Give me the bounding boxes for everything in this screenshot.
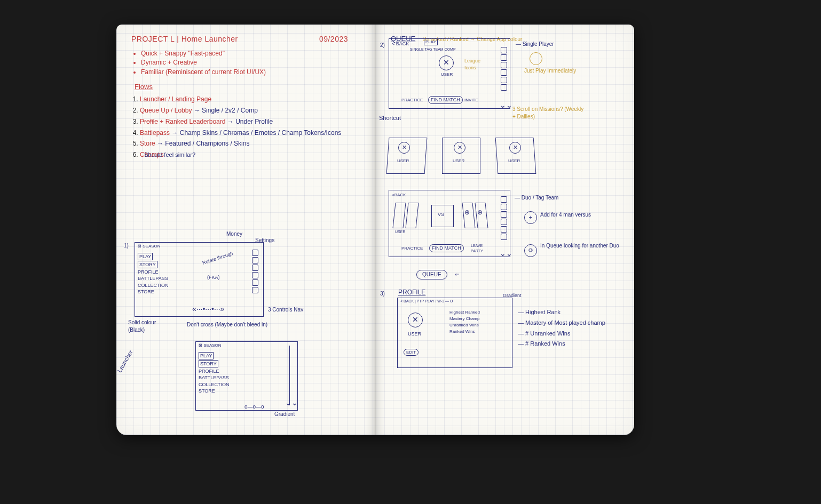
goal-3: Familiar (Reminiscent of current Riot UI… bbox=[141, 68, 363, 77]
side-sq bbox=[252, 287, 258, 293]
wf1-solid: Solid colour (Black) bbox=[128, 319, 171, 334]
duo-queue-btn: QUEUE bbox=[416, 270, 447, 279]
duo-add: Add for 4 man versus bbox=[540, 211, 604, 219]
wf1-dontcross: Don't cross (Maybe don't bleed in) bbox=[187, 321, 278, 329]
queue-top-play: PLAY bbox=[424, 38, 438, 45]
flow-6: Champs Should feel similar? bbox=[140, 150, 363, 159]
wf1b-menu: PLAY STORY PROFILE BATTLEPASS COLLECTION… bbox=[199, 352, 230, 394]
goal-1: Quick + Snappy "Fast-paced" bbox=[141, 49, 363, 58]
queue-tag: 2) bbox=[380, 42, 385, 49]
wf1b-season: ⊠ SEASON bbox=[199, 342, 222, 348]
queue-single: — Single Player bbox=[516, 41, 554, 48]
profile-stats: Highest Ranked Mastery Champ Unranked Wi… bbox=[449, 309, 508, 335]
flow-1: Launcher / Landing Page bbox=[140, 95, 363, 104]
profile-edit: EDIT bbox=[404, 349, 419, 356]
profile-breadcrumb: < BACK | PTP PLAY / W-3 — O bbox=[400, 299, 453, 304]
menu-collection: COLLECTION bbox=[138, 283, 169, 288]
plus-circle-icon: + bbox=[524, 211, 537, 224]
side-sq bbox=[252, 250, 258, 256]
wf1-money: Money bbox=[226, 230, 242, 238]
wf1-settings: Settings bbox=[255, 237, 274, 244]
queue-back: < BACK bbox=[392, 41, 409, 47]
side-sq bbox=[252, 257, 258, 263]
duo-inqueue: In Queue looking for another Duo bbox=[540, 242, 620, 250]
profile-heading: PROFILE bbox=[398, 288, 425, 297]
user-avatar-icon: ✕ bbox=[439, 55, 454, 70]
flow-4: Battlepass → Champ Skins / Chromas / Emo… bbox=[140, 129, 363, 138]
notebook-spread: PROJECT L | Home Launcher 09/2023 Quick … bbox=[116, 25, 634, 435]
menu-store: STORE bbox=[138, 289, 154, 294]
wf1-launcher: Launcher bbox=[116, 349, 135, 374]
side-sq bbox=[252, 272, 258, 278]
title-date: 09/2023 bbox=[319, 34, 348, 45]
profile-tag: 3) bbox=[380, 290, 385, 298]
page-title: PROJECT L | Home Launcher 09/2023 bbox=[131, 34, 363, 45]
annotation-circle-icon bbox=[530, 52, 542, 65]
menu-battlepass: BATTLEPASS bbox=[138, 276, 168, 281]
page-right: QUEUE Unranked / Ranked → Change App col… bbox=[376, 25, 634, 435]
flow-3: Profile + Ranked Leaderboard → Under Pro… bbox=[140, 117, 363, 126]
queue-shortcut: Shortcut bbox=[379, 114, 401, 122]
wf1-season: ⊠ SEASON bbox=[138, 243, 161, 249]
clock-circle-icon: ⟳ bbox=[524, 244, 537, 257]
queue-league-icons: League Icons bbox=[464, 58, 486, 71]
wf1-tag: 1) bbox=[124, 242, 129, 250]
side-sq bbox=[252, 265, 258, 271]
queue-missions: 3 Scroll on Missions? (Weekly + Dailies) bbox=[512, 106, 587, 121]
flow-5: Store → Featured / Champions / Skins bbox=[140, 139, 363, 148]
wf1b-gradient: Gradient bbox=[274, 411, 295, 418]
flow-2: Queue Up / Lobby → Single / 2v2 / Comp bbox=[140, 106, 363, 115]
flows-list: Launcher / Landing Page Queue Up / Lobby… bbox=[140, 95, 363, 159]
profile-user: USER bbox=[408, 331, 421, 338]
title-text: PROJECT L | Home Launcher bbox=[131, 35, 238, 43]
wf1b-sidebar bbox=[289, 346, 290, 405]
page-left: PROJECT L | Home Launcher 09/2023 Quick … bbox=[116, 25, 376, 435]
queue-tabs: SINGLE TAG TEAM COMP bbox=[410, 47, 456, 52]
wf1-fka: (FKA) bbox=[207, 274, 220, 281]
menu-story: STORY bbox=[138, 261, 157, 268]
queue-user: USER bbox=[441, 71, 453, 77]
duo-back: <BACK bbox=[392, 192, 406, 198]
profile-gradient: Gradient bbox=[503, 292, 522, 299]
queue-justplay: Just Play Immediately bbox=[524, 67, 578, 75]
duo-vs: VS bbox=[438, 211, 444, 218]
wf1-menu: PLAY STORY PROFILE BATTLEPASS COLLECTION… bbox=[138, 253, 169, 295]
goal-2: Dynamic + Creative bbox=[141, 58, 363, 67]
flows-heading: Flows bbox=[135, 82, 363, 92]
menu-profile: PROFILE bbox=[138, 269, 159, 275]
design-goals: Quick + Snappy "Fast-paced" Dynamic + Cr… bbox=[141, 49, 363, 77]
queue-invite: INVITE bbox=[464, 97, 478, 103]
side-sq bbox=[252, 279, 258, 286]
wf1-controls: 3 Controls Nav bbox=[268, 306, 303, 314]
duo-label: — Duo / Tag Team bbox=[515, 194, 558, 202]
menu-play: PLAY bbox=[138, 253, 153, 260]
queue-practice: PRACTICE bbox=[401, 97, 423, 103]
profile-avatar-icon: ✕ bbox=[408, 313, 423, 327]
queue-findmatch: FIND MATCH bbox=[428, 96, 463, 104]
profile-notes: — Highest Rank — Mastery of Most played … bbox=[518, 307, 614, 349]
